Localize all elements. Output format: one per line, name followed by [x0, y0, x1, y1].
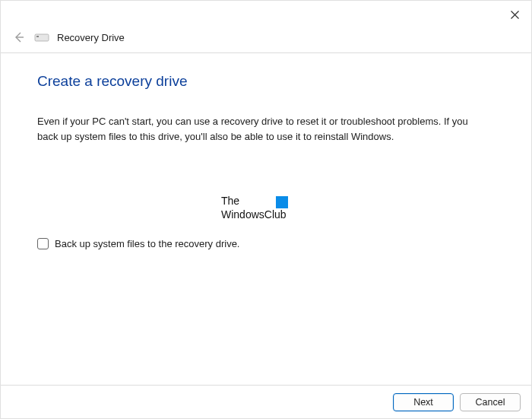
watermark-line1: The [221, 195, 287, 208]
header-row: Recovery Drive [1, 28, 531, 52]
close-button[interactable] [502, 5, 527, 24]
drive-icon [34, 32, 49, 43]
svg-rect-4 [36, 36, 39, 37]
titlebar [1, 1, 531, 28]
header-title: Recovery Drive [57, 32, 125, 43]
footer: Next Cancel [1, 385, 531, 418]
watermark: The WindowsClub [221, 195, 287, 221]
page-heading: Create a recovery drive [37, 73, 495, 90]
svg-rect-3 [35, 34, 49, 41]
back-arrow-icon [13, 31, 25, 43]
page-description: Even if your PC can't start, you can use… [37, 114, 478, 144]
backup-checkbox-label: Back up system files to the recovery dri… [55, 238, 239, 249]
checkbox-row: Back up system files to the recovery dri… [37, 238, 495, 249]
backup-checkbox[interactable] [37, 238, 49, 249]
next-button[interactable]: Next [393, 393, 454, 411]
watermark-line2: WindowsClub [221, 208, 287, 222]
cancel-button[interactable]: Cancel [460, 393, 521, 411]
back-button[interactable] [11, 30, 27, 45]
close-icon [511, 11, 519, 19]
